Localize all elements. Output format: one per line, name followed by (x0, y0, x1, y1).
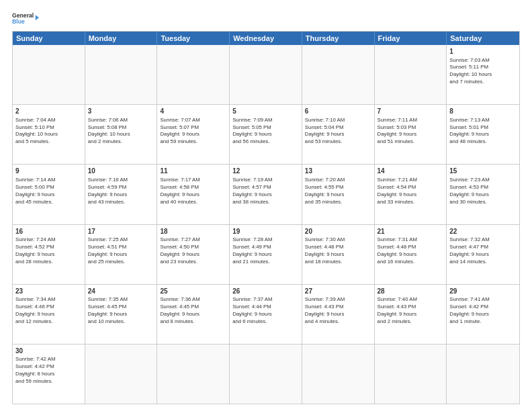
day-info: Sunrise: 7:42 AM Sunset: 4:42 PM Dayligh… (15, 356, 82, 385)
day-number: 19 (232, 227, 299, 236)
day-info: Sunrise: 7:11 AM Sunset: 5:03 PM Dayligh… (378, 117, 444, 146)
day-info: Sunrise: 7:36 AM Sunset: 4:45 PM Dayligh… (160, 296, 226, 326)
day-number: 11 (160, 167, 226, 176)
calendar-cell: 2Sunrise: 7:04 AM Sunset: 5:10 PM Daylig… (13, 105, 85, 164)
calendar-cell: 8Sunrise: 7:13 AM Sunset: 5:01 PM Daylig… (447, 105, 519, 164)
calendar-row-4: 23Sunrise: 7:34 AM Sunset: 4:46 PM Dayli… (13, 284, 519, 344)
calendar-cell: 15Sunrise: 7:23 AM Sunset: 4:53 PM Dayli… (447, 165, 519, 224)
calendar-cell (375, 45, 447, 104)
calendar-cell: 30Sunrise: 7:42 AM Sunset: 4:42 PM Dayli… (13, 345, 85, 404)
header-cell-thursday: Thursday (302, 32, 375, 45)
calendar-cell: 14Sunrise: 7:21 AM Sunset: 4:54 PM Dayli… (375, 165, 447, 224)
calendar-cell: 18Sunrise: 7:27 AM Sunset: 4:50 PM Dayli… (157, 225, 230, 284)
day-info: Sunrise: 7:31 AM Sunset: 4:48 PM Dayligh… (378, 236, 444, 266)
day-number: 26 (232, 287, 299, 296)
day-number: 10 (88, 167, 154, 176)
calendar-cell: 22Sunrise: 7:32 AM Sunset: 4:47 PM Dayli… (447, 225, 519, 284)
calendar-cell (157, 45, 230, 104)
day-number: 9 (15, 167, 82, 176)
calendar-cell: 10Sunrise: 7:16 AM Sunset: 4:59 PM Dayli… (85, 165, 158, 224)
calendar-row-0: 1Sunrise: 7:03 AM Sunset: 5:11 PM Daylig… (13, 45, 519, 104)
day-info: Sunrise: 7:27 AM Sunset: 4:50 PM Dayligh… (160, 236, 226, 266)
calendar-cell: 26Sunrise: 7:37 AM Sunset: 4:44 PM Dayli… (230, 285, 302, 344)
logo-icon: General Blue (12, 11, 39, 26)
page: General Blue SundayMondayTuesdayWednesda… (0, 0, 532, 411)
calendar-cell: 25Sunrise: 7:36 AM Sunset: 4:45 PM Dayli… (157, 285, 230, 344)
header-cell-saturday: Saturday (447, 32, 519, 45)
calendar-cell: 6Sunrise: 7:10 AM Sunset: 5:04 PM Daylig… (302, 105, 375, 164)
header-cell-wednesday: Wednesday (230, 32, 302, 45)
day-info: Sunrise: 7:41 AM Sunset: 4:42 PM Dayligh… (449, 296, 517, 326)
day-number: 18 (160, 227, 226, 236)
day-number: 13 (305, 167, 371, 176)
calendar-cell: 12Sunrise: 7:19 AM Sunset: 4:57 PM Dayli… (230, 165, 302, 224)
header-cell-sunday: Sunday (13, 32, 85, 45)
logo: General Blue (12, 11, 39, 26)
calendar-cell (85, 345, 158, 404)
calendar-row-1: 2Sunrise: 7:04 AM Sunset: 5:10 PM Daylig… (13, 104, 519, 164)
calendar-cell: 23Sunrise: 7:34 AM Sunset: 4:46 PM Dayli… (13, 285, 85, 344)
calendar-cell: 27Sunrise: 7:39 AM Sunset: 4:43 PM Dayli… (302, 285, 375, 344)
calendar-cell (302, 345, 375, 404)
day-info: Sunrise: 7:04 AM Sunset: 5:10 PM Dayligh… (15, 117, 82, 146)
day-info: Sunrise: 7:19 AM Sunset: 4:57 PM Dayligh… (232, 177, 299, 206)
day-info: Sunrise: 7:03 AM Sunset: 5:11 PM Dayligh… (449, 57, 517, 87)
calendar-body: 1Sunrise: 7:03 AM Sunset: 5:11 PM Daylig… (13, 45, 519, 404)
day-info: Sunrise: 7:17 AM Sunset: 4:58 PM Dayligh… (160, 177, 226, 206)
day-info: Sunrise: 7:09 AM Sunset: 5:05 PM Dayligh… (232, 117, 299, 146)
header-cell-monday: Monday (85, 32, 158, 45)
day-info: Sunrise: 7:13 AM Sunset: 5:01 PM Dayligh… (449, 117, 517, 146)
calendar-cell (375, 345, 447, 404)
calendar-cell: 29Sunrise: 7:41 AM Sunset: 4:42 PM Dayli… (447, 285, 519, 344)
calendar-cell: 4Sunrise: 7:07 AM Sunset: 5:07 PM Daylig… (157, 105, 230, 164)
day-number: 2 (15, 107, 82, 116)
day-info: Sunrise: 7:21 AM Sunset: 4:54 PM Dayligh… (378, 177, 444, 206)
calendar-cell: 17Sunrise: 7:25 AM Sunset: 4:51 PM Dayli… (85, 225, 158, 284)
day-number: 29 (449, 287, 517, 296)
calendar-cell (230, 45, 302, 104)
calendar: SundayMondayTuesdayWednesdayThursdayFrid… (12, 31, 520, 404)
day-number: 7 (378, 107, 444, 116)
calendar-cell: 19Sunrise: 7:28 AM Sunset: 4:49 PM Dayli… (230, 225, 302, 284)
day-info: Sunrise: 7:39 AM Sunset: 4:43 PM Dayligh… (305, 296, 371, 326)
calendar-cell (13, 45, 85, 104)
day-number: 28 (378, 287, 444, 296)
day-info: Sunrise: 7:07 AM Sunset: 5:07 PM Dayligh… (160, 117, 226, 146)
calendar-cell (85, 45, 158, 104)
calendar-cell: 16Sunrise: 7:24 AM Sunset: 4:52 PM Dayli… (13, 225, 85, 284)
day-info: Sunrise: 7:06 AM Sunset: 5:08 PM Dayligh… (88, 117, 154, 146)
day-info: Sunrise: 7:24 AM Sunset: 4:52 PM Dayligh… (15, 236, 82, 266)
day-info: Sunrise: 7:40 AM Sunset: 4:43 PM Dayligh… (378, 296, 444, 326)
day-info: Sunrise: 7:14 AM Sunset: 5:00 PM Dayligh… (15, 177, 82, 206)
calendar-cell: 7Sunrise: 7:11 AM Sunset: 5:03 PM Daylig… (375, 105, 447, 164)
day-number: 1 (449, 47, 517, 56)
day-number: 17 (88, 227, 154, 236)
header-cell-friday: Friday (375, 32, 447, 45)
day-number: 12 (232, 167, 299, 176)
calendar-cell: 3Sunrise: 7:06 AM Sunset: 5:08 PM Daylig… (85, 105, 158, 164)
day-info: Sunrise: 7:28 AM Sunset: 4:49 PM Dayligh… (232, 236, 299, 266)
calendar-cell: 28Sunrise: 7:40 AM Sunset: 4:43 PM Dayli… (375, 285, 447, 344)
svg-text:Blue: Blue (12, 18, 25, 25)
day-number: 20 (305, 227, 371, 236)
day-info: Sunrise: 7:16 AM Sunset: 4:59 PM Dayligh… (88, 177, 154, 206)
header-cell-tuesday: Tuesday (157, 32, 230, 45)
day-number: 30 (15, 347, 82, 356)
calendar-row-3: 16Sunrise: 7:24 AM Sunset: 4:52 PM Dayli… (13, 224, 519, 284)
calendar-header-row: SundayMondayTuesdayWednesdayThursdayFrid… (13, 32, 519, 45)
day-number: 21 (378, 227, 444, 236)
day-info: Sunrise: 7:10 AM Sunset: 5:04 PM Dayligh… (305, 117, 371, 146)
day-number: 14 (378, 167, 444, 176)
day-number: 27 (305, 287, 371, 296)
day-info: Sunrise: 7:35 AM Sunset: 4:45 PM Dayligh… (88, 296, 154, 326)
calendar-cell: 5Sunrise: 7:09 AM Sunset: 5:05 PM Daylig… (230, 105, 302, 164)
header: General Blue (12, 11, 520, 26)
calendar-cell (447, 345, 519, 404)
day-number: 22 (449, 227, 517, 236)
day-info: Sunrise: 7:20 AM Sunset: 4:55 PM Dayligh… (305, 177, 371, 206)
day-number: 5 (232, 107, 299, 116)
calendar-row-5: 30Sunrise: 7:42 AM Sunset: 4:42 PM Dayli… (13, 344, 519, 404)
svg-marker-2 (36, 15, 39, 20)
day-number: 25 (160, 287, 226, 296)
day-number: 15 (449, 167, 517, 176)
